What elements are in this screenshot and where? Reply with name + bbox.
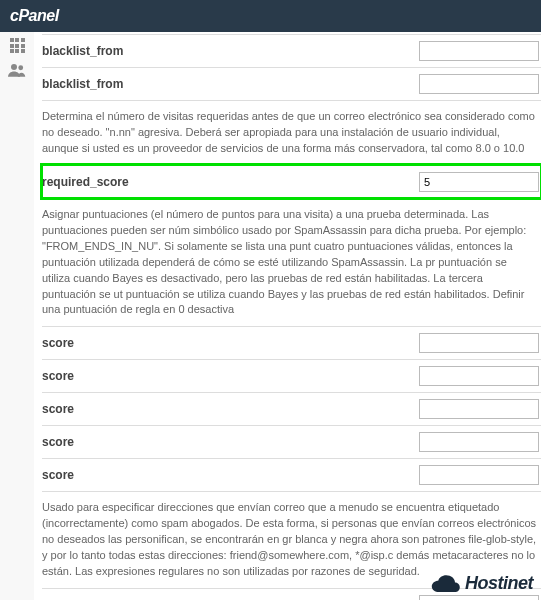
score-row: score	[42, 425, 541, 458]
required-score-description: Determina el número de visitas requerida…	[42, 100, 541, 165]
blacklist-from-input[interactable]	[419, 74, 539, 94]
whitelist-from-input[interactable]	[419, 595, 539, 600]
score-row: score	[42, 458, 541, 491]
score-description: Asignar puntuaciones (el número de punto…	[42, 198, 541, 327]
blacklist-from-input[interactable]	[419, 41, 539, 61]
blacklist-from-row: blacklist_from	[42, 67, 541, 100]
svg-point-0	[11, 64, 17, 70]
score-input[interactable]	[419, 465, 539, 485]
field-label: score	[42, 468, 419, 482]
required-score-row: required_score	[42, 165, 541, 198]
main-content: blacklist_from blacklist_from Determina …	[34, 32, 541, 600]
field-label: blacklist_from	[42, 44, 419, 58]
top-bar: cPanel	[0, 0, 541, 32]
field-label: score	[42, 336, 419, 350]
required-score-input[interactable]	[419, 172, 539, 192]
field-label: score	[42, 435, 419, 449]
field-label: blacklist_from	[42, 77, 419, 91]
score-input[interactable]	[419, 399, 539, 419]
cpanel-logo: cPanel	[10, 7, 59, 25]
hostinet-text: Hostinet	[465, 573, 533, 594]
sidebar	[0, 32, 34, 600]
score-input[interactable]	[419, 333, 539, 353]
score-row: score	[42, 392, 541, 425]
apps-grid-icon[interactable]	[10, 38, 25, 53]
score-row: score	[42, 359, 541, 392]
field-label: score	[42, 402, 419, 416]
score-input[interactable]	[419, 366, 539, 386]
users-icon[interactable]	[8, 63, 26, 81]
field-label: required_score	[42, 175, 419, 189]
score-row: score	[42, 326, 541, 359]
svg-point-1	[18, 65, 23, 70]
cloud-icon	[431, 574, 463, 594]
field-label: score	[42, 369, 419, 383]
blacklist-from-row: blacklist_from	[42, 34, 541, 67]
hostinet-logo: Hostinet	[431, 573, 533, 594]
score-input[interactable]	[419, 432, 539, 452]
